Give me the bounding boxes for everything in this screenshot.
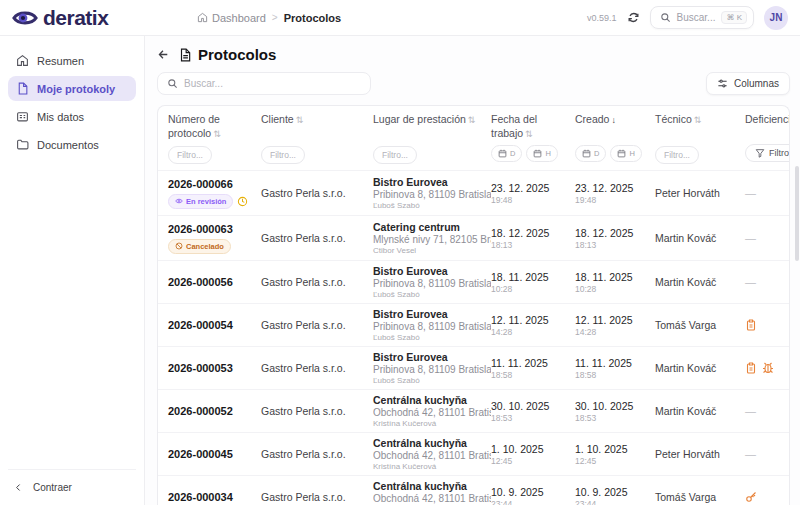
client-name: Gastro Perla s.r.o. bbox=[261, 319, 373, 331]
sidebar-item-resumen[interactable]: Resumen bbox=[8, 48, 136, 73]
column-header-client[interactable]: Cliente⇅ bbox=[261, 113, 373, 127]
chevron-left-icon bbox=[14, 483, 23, 492]
place-contact: Ľuboš Szabó bbox=[373, 201, 491, 210]
place-name: Centrálna kuchyňa bbox=[373, 394, 491, 406]
sidebar-item-mis-datos[interactable]: Mis datos bbox=[8, 104, 136, 129]
page-title-text: Protocolos bbox=[198, 46, 276, 63]
created-time: 12:45 bbox=[575, 456, 655, 466]
place-contact: Ctibor Vesel bbox=[373, 246, 491, 255]
global-search-placeholder: Buscar... bbox=[677, 12, 716, 23]
refresh-icon[interactable] bbox=[627, 11, 640, 24]
work-date: 10. 9. 2025 bbox=[491, 486, 575, 498]
home-icon bbox=[197, 12, 208, 23]
document-icon bbox=[16, 82, 29, 95]
created-from-picker[interactable]: D bbox=[575, 145, 606, 162]
column-header-technician[interactable]: Técnico⇅ bbox=[655, 113, 745, 127]
filter-input-technician[interactable]: Filtro... bbox=[655, 146, 699, 164]
table-row[interactable]: 2026-000045 Gastro Perla s.r.o. Centráln… bbox=[158, 432, 789, 475]
work-date-to-picker[interactable]: H bbox=[526, 145, 557, 162]
place-contact: Kristína Kučerová bbox=[373, 462, 491, 471]
work-date: 1. 10. 2025 bbox=[491, 443, 575, 455]
protocol-number: 2026-000053 bbox=[168, 362, 261, 374]
column-header-protocol[interactable]: Número de protocolo⇅ bbox=[168, 113, 261, 140]
created-time: 10:28 bbox=[575, 284, 655, 294]
sidebar-item-label: Mis datos bbox=[37, 111, 84, 123]
work-date: 30. 10. 2025 bbox=[491, 400, 575, 412]
work-time: 18:53 bbox=[491, 413, 575, 423]
work-time: 23:44 bbox=[491, 499, 575, 505]
avatar[interactable]: JN bbox=[764, 6, 788, 30]
column-header-place[interactable]: Lugar de prestación⇅ bbox=[373, 113, 491, 127]
key-icon bbox=[745, 491, 757, 503]
breadcrumb: Dashboard > Protocolos bbox=[197, 12, 341, 24]
table-search-input[interactable]: Buscar... bbox=[157, 72, 371, 95]
place-address: Pribinova 8, 81109 Bratislava bbox=[373, 364, 491, 375]
client-name: Gastro Perla s.r.o. bbox=[261, 405, 373, 417]
brand-eye-icon bbox=[12, 8, 38, 28]
client-name: Gastro Perla s.r.o. bbox=[261, 448, 373, 460]
column-header-work-date[interactable]: Fecha del trabajo⇅ bbox=[491, 113, 575, 140]
back-button[interactable] bbox=[157, 48, 170, 61]
created-time: 19:48 bbox=[575, 195, 655, 205]
shortcut-badge: ⌘ K bbox=[721, 11, 747, 24]
created-date: 11. 11. 2025 bbox=[575, 357, 655, 369]
work-time: 19:48 bbox=[491, 195, 575, 205]
created-time: 18:53 bbox=[575, 413, 655, 423]
status-badge-review: En revisión bbox=[168, 194, 233, 209]
place-contact: Ľuboš Szabó bbox=[373, 333, 491, 342]
global-search[interactable]: Buscar... ⌘ K bbox=[650, 6, 754, 29]
protocol-number: 2026-000066 bbox=[168, 178, 261, 190]
table-row[interactable]: 2026-000034 Gastro Perla s.r.o. Centráln… bbox=[158, 475, 789, 505]
columns-button[interactable]: Columnas bbox=[706, 72, 790, 95]
table-row[interactable]: 2026-000063 Cancelado Gastro Perla s.r.o… bbox=[158, 215, 789, 260]
protocol-number: 2026-000052 bbox=[168, 405, 261, 417]
created-date: 23. 12. 2025 bbox=[575, 182, 655, 194]
sidebar-item-moje-protokoly[interactable]: Moje protokoly bbox=[8, 76, 136, 101]
filter-input-place[interactable]: Filtro... bbox=[373, 146, 417, 164]
created-date: 30. 10. 2025 bbox=[575, 400, 655, 412]
filter-input-protocol[interactable]: Filtro... bbox=[168, 146, 212, 164]
sidebar-item-documentos[interactable]: Documentos bbox=[8, 132, 136, 157]
column-header-created[interactable]: Creado↓ bbox=[575, 113, 655, 127]
scrollbar[interactable] bbox=[795, 166, 799, 261]
table-row[interactable]: 2026-000054 Gastro Perla s.r.o. Bistro E… bbox=[158, 303, 789, 346]
protocol-number: 2026-000056 bbox=[168, 276, 261, 288]
work-date: 11. 11. 2025 bbox=[491, 357, 575, 369]
no-deficiencies-dash: — bbox=[745, 448, 756, 460]
table-row[interactable]: 2026-000052 Gastro Perla s.r.o. Centráln… bbox=[158, 389, 789, 432]
collapse-sidebar-button[interactable]: Contraer bbox=[8, 478, 136, 497]
created-date: 10. 9. 2025 bbox=[575, 486, 655, 498]
work-date-from-picker[interactable]: D bbox=[491, 145, 522, 162]
place-name: Bistro Eurovea bbox=[373, 308, 491, 320]
place-address: Mlynské nivy 71, 82105 Brati... bbox=[373, 234, 491, 245]
client-name: Gastro Perla s.r.o. bbox=[261, 276, 373, 288]
breadcrumb-dashboard[interactable]: Dashboard bbox=[197, 12, 266, 24]
table-row[interactable]: 2026-000053 Gastro Perla s.r.o. Bistro E… bbox=[158, 346, 789, 389]
no-deficiencies-dash: — bbox=[745, 232, 756, 244]
technician-name: Tomáš Varga bbox=[655, 491, 745, 503]
search-icon bbox=[167, 78, 178, 89]
brand-logo[interactable]: deratix bbox=[12, 6, 145, 30]
funnel-icon bbox=[755, 148, 765, 158]
deficiencies-filter-button[interactable]: Filtro bbox=[745, 144, 790, 162]
technician-name: Tomáš Varga bbox=[655, 319, 745, 331]
calendar-icon bbox=[498, 149, 507, 158]
created-time: 14:28 bbox=[575, 327, 655, 337]
place-address: Obchodná 42, 81101 Bratisla... bbox=[373, 450, 491, 461]
created-date-filters: D H bbox=[575, 145, 655, 162]
calendar-icon bbox=[533, 149, 542, 158]
filter-input-client[interactable]: Filtro... bbox=[261, 146, 305, 164]
column-header-deficiencies[interactable]: Deficiencias bbox=[745, 113, 790, 127]
cancel-icon bbox=[175, 242, 183, 250]
created-time: 18:58 bbox=[575, 370, 655, 380]
table-row[interactable]: 2026-000066 En revisión Gastro Perla s.r… bbox=[158, 170, 789, 215]
search-icon bbox=[660, 12, 671, 23]
columns-button-label: Columnas bbox=[734, 78, 779, 89]
sidebar: Resumen Moje protokoly Mis datos Documen… bbox=[0, 36, 145, 505]
created-time: 23:44 bbox=[575, 499, 655, 505]
created-to-picker[interactable]: H bbox=[610, 145, 641, 162]
table-row[interactable]: 2026-000056 Gastro Perla s.r.o. Bistro E… bbox=[158, 260, 789, 303]
table-toolbar: Buscar... Columnas bbox=[157, 72, 790, 95]
technician-name: Peter Horváth bbox=[655, 448, 745, 460]
work-time: 12:45 bbox=[491, 456, 575, 466]
